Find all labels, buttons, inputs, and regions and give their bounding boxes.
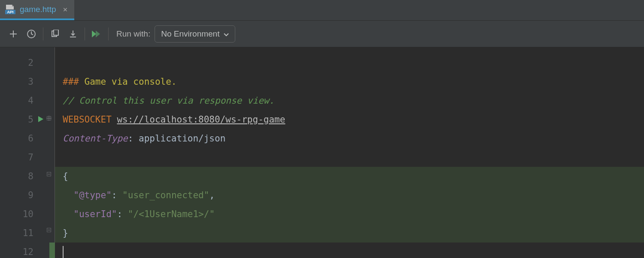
code-line: "userId": "/<1UserName1>/" [55, 205, 644, 224]
editor[interactable]: 2 3 4 5 6 7 8 9 10 11 12 [0, 47, 644, 258]
tab-game-http[interactable]: API game.http × [0, 0, 74, 20]
close-icon[interactable]: × [61, 5, 68, 14]
history-button[interactable] [22, 25, 40, 43]
line-number: 6 [0, 129, 43, 148]
copy-button[interactable] [46, 25, 64, 43]
code-line: { [55, 167, 644, 186]
environment-value: No Environment [161, 29, 219, 39]
separator [85, 28, 85, 40]
fold-icon[interactable] [47, 221, 51, 239]
code-line: // Control this user via response view. [55, 91, 644, 110]
svg-text:API: API [7, 10, 13, 14]
line-number: 7 [0, 148, 43, 167]
fold-icon[interactable] [47, 165, 51, 184]
code-line: } [55, 224, 644, 243]
code-line: WEBSOCKET ws://localhost:8080/ws-rpg-gam… [55, 110, 644, 129]
text-caret [63, 246, 64, 258]
run-with-label: Run with: [116, 29, 150, 39]
code-line: Content-Type: application/json [55, 129, 644, 148]
code-line [55, 148, 644, 167]
line-number: 3 [0, 72, 43, 91]
line-number: 8 [0, 167, 43, 186]
run-all-button[interactable] [88, 25, 106, 43]
fold-strip [43, 47, 55, 258]
separator [43, 28, 43, 40]
svg-rect-4 [54, 30, 58, 35]
code-line: ### Game via console. [55, 72, 644, 91]
add-button[interactable] [4, 25, 22, 43]
line-number: 4 [0, 91, 43, 110]
line-number: 10 [0, 205, 43, 224]
line-number: 5 [0, 110, 43, 129]
toolbar: Run with: No Environment [0, 21, 644, 47]
import-button[interactable] [64, 25, 82, 43]
code-line [55, 53, 644, 72]
code-line [55, 243, 644, 258]
run-gutter-icon[interactable] [38, 114, 44, 125]
code-area[interactable]: ### Game via console. // Control this us… [55, 47, 644, 258]
line-number: 9 [0, 186, 43, 205]
fold-icon[interactable] [46, 109, 52, 128]
line-number: 2 [0, 53, 43, 72]
code-line: "@type": "user_connected", [55, 186, 644, 205]
gutter: 2 3 4 5 6 7 8 9 10 11 12 [0, 47, 43, 258]
tab-file-name: game.http [20, 5, 56, 14]
environment-select[interactable]: No Environment [155, 25, 235, 43]
separator [108, 28, 109, 40]
api-file-icon: API [5, 5, 15, 14]
chevron-down-icon [224, 29, 229, 39]
line-number: 12 [0, 243, 43, 258]
tabs-bar: API game.http × [0, 0, 644, 21]
line-number: 11 [0, 224, 43, 243]
